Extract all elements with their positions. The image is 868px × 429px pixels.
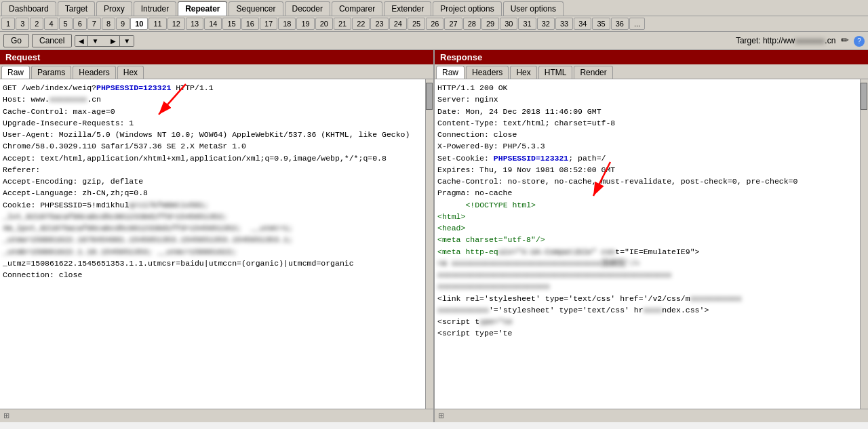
dropdown-arrow[interactable]: ▼	[88, 36, 102, 46]
prev-arrow[interactable]: ◀	[75, 36, 87, 46]
edit-icon[interactable]: ✏	[841, 35, 849, 45]
go-button[interactable]: Go	[3, 34, 29, 47]
num-tab-2[interactable]: 2	[30, 18, 43, 30]
target-label: Target: http://wwxxxxxxxx.cn ✏ ?	[736, 35, 865, 47]
toolbar: Go Cancel ◀ ▼ ▶ ▼ Target: http://wwxxxxx…	[0, 32, 868, 50]
response-scrollbar[interactable]	[860, 79, 868, 409]
num-tab-...[interactable]: ...	[629, 18, 645, 30]
next-arrow[interactable]: ▶	[107, 36, 119, 46]
response-tab-html[interactable]: HTML	[538, 66, 573, 79]
num-tab-3[interactable]: 3	[16, 18, 29, 30]
response-content[interactable]: HTTP/1.1 200 OK Server: nginx Date: Mon,…	[435, 79, 860, 409]
request-panel: Request Raw Params Headers Hex GET /web/…	[0, 50, 435, 422]
num-tab-15[interactable]: 15	[222, 18, 240, 30]
num-tab-36[interactable]: 36	[611, 18, 629, 30]
num-tab-14[interactable]: 14	[204, 18, 222, 30]
request-tab-raw[interactable]: Raw	[1, 66, 30, 79]
request-content[interactable]: GET /web/index/weiq?PHPSESSID=123321 HTT…	[0, 79, 425, 409]
cancel-button[interactable]: Cancel	[32, 34, 72, 47]
request-tab-hex[interactable]: Hex	[117, 66, 144, 79]
num-tab-9[interactable]: 9	[116, 18, 130, 30]
help-icon[interactable]: ?	[854, 36, 865, 47]
num-tab-8[interactable]: 8	[102, 18, 115, 30]
num-tab-32[interactable]: 32	[537, 18, 555, 30]
nav-tabs: Dashboard Target Proxy Intruder Repeater…	[0, 0, 868, 16]
request-tab-headers[interactable]: Headers	[73, 66, 115, 79]
tab-project-options[interactable]: Project options	[433, 1, 501, 16]
num-tab-11[interactable]: 11	[149, 18, 166, 30]
tab-intruder[interactable]: Intruder	[134, 1, 176, 16]
num-tab-13[interactable]: 13	[186, 18, 203, 30]
num-tab-12[interactable]: 12	[167, 18, 185, 30]
num-tab-7[interactable]: 7	[87, 18, 101, 30]
num-tab-16[interactable]: 16	[241, 18, 259, 30]
number-tabs: 1324567891011121314151617181920212223242…	[0, 16, 868, 32]
num-tab-24[interactable]: 24	[389, 18, 407, 30]
request-bottom-bar: ⊞	[0, 409, 433, 422]
target-url: http://wwxxxxxxxx.cn	[763, 36, 838, 45]
response-panel: Response Raw Headers Hex HTML Render HTT…	[435, 50, 868, 422]
tab-extender[interactable]: Extender	[384, 1, 431, 16]
num-tab-27[interactable]: 27	[444, 18, 462, 30]
response-tabs: Raw Headers Hex HTML Render	[435, 64, 868, 79]
num-tab-19[interactable]: 19	[296, 18, 314, 30]
num-tab-33[interactable]: 33	[555, 18, 573, 30]
num-tab-35[interactable]: 35	[592, 18, 610, 30]
tab-proxy[interactable]: Proxy	[96, 1, 132, 16]
request-tabs: Raw Params Headers Hex	[0, 64, 433, 79]
num-tab-31[interactable]: 31	[518, 18, 536, 30]
num-tab-6[interactable]: 6	[73, 18, 87, 30]
tab-repeater[interactable]: Repeater	[178, 1, 227, 16]
num-tab-5[interactable]: 5	[59, 18, 73, 30]
response-tab-raw[interactable]: Raw	[436, 66, 465, 79]
tab-comparer[interactable]: Comparer	[332, 1, 382, 16]
response-header: Response	[435, 50, 868, 64]
num-tab-23[interactable]: 23	[370, 18, 388, 30]
num-tab-26[interactable]: 26	[426, 18, 443, 30]
tab-user-options[interactable]: User options	[503, 1, 564, 16]
tab-target[interactable]: Target	[58, 1, 95, 16]
tab-dashboard[interactable]: Dashboard	[1, 1, 56, 16]
num-tab-30[interactable]: 30	[500, 18, 517, 30]
target-label-text: Target:	[736, 36, 761, 45]
response-tab-hex[interactable]: Hex	[510, 66, 536, 79]
num-tab-22[interactable]: 22	[352, 18, 370, 30]
response-bottom-bar: ⊞	[435, 409, 868, 422]
num-tab-4[interactable]: 4	[44, 18, 58, 30]
num-tab-34[interactable]: 34	[574, 18, 591, 30]
num-tab-17[interactable]: 17	[260, 18, 277, 30]
next-dropdown-arrow[interactable]: ▼	[120, 36, 134, 46]
num-tab-21[interactable]: 21	[334, 18, 351, 30]
response-tab-headers[interactable]: Headers	[466, 66, 509, 79]
num-tab-1[interactable]: 1	[1, 18, 15, 30]
request-header: Request	[0, 50, 433, 64]
tab-sequencer[interactable]: Sequencer	[229, 1, 283, 16]
response-body: HTTP/1.1 200 OK Server: nginx Date: Mon,…	[435, 79, 868, 409]
response-tab-render[interactable]: Render	[574, 66, 612, 79]
num-tab-10[interactable]: 10	[130, 18, 148, 30]
request-body: GET /web/index/weiq?PHPSESSID=123321 HTT…	[0, 79, 433, 409]
num-tab-28[interactable]: 28	[463, 18, 481, 30]
request-scrollbar[interactable]	[425, 79, 433, 409]
num-tab-29[interactable]: 29	[481, 18, 499, 30]
num-tab-25[interactable]: 25	[408, 18, 425, 30]
num-tab-18[interactable]: 18	[278, 18, 296, 30]
main-layout: Request Raw Params Headers Hex GET /web/…	[0, 50, 868, 422]
tab-decoder[interactable]: Decoder	[285, 1, 330, 16]
request-tab-params[interactable]: Params	[31, 66, 71, 79]
num-tab-20[interactable]: 20	[315, 18, 333, 30]
nav-arrows: ◀ ▼ ▶ ▼	[75, 35, 134, 47]
